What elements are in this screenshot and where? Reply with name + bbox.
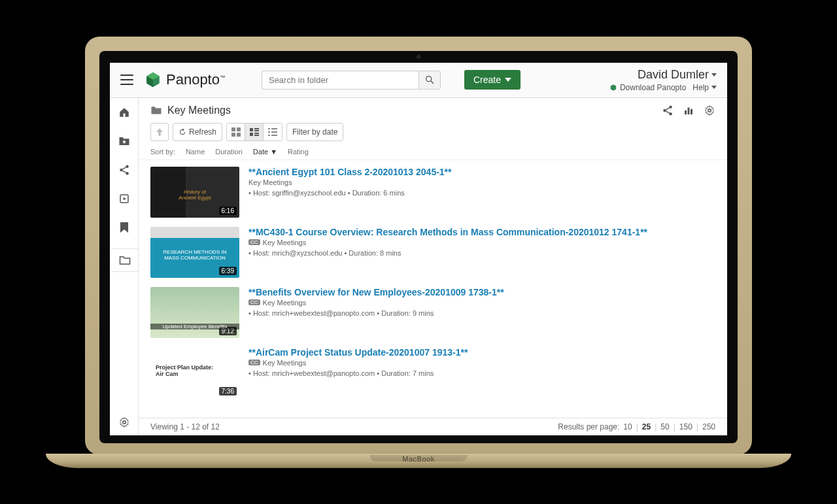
refresh-label: Refresh xyxy=(189,127,216,137)
page-size-option[interactable]: 50 xyxy=(660,422,669,431)
sidebar-item-everything[interactable] xyxy=(116,191,132,207)
results-label: Results per page: xyxy=(558,422,619,431)
view-grid-button[interactable] xyxy=(227,124,245,141)
brand-logo[interactable]: Panopto™ xyxy=(144,71,225,89)
video-folder[interactable]: CCKey Meetings xyxy=(248,239,715,246)
sidebar-item-shared[interactable] xyxy=(116,162,132,178)
sidebar-item-myfolder[interactable] xyxy=(116,133,132,149)
svg-point-19 xyxy=(708,109,711,112)
page-size-option[interactable]: 10 xyxy=(623,422,632,431)
sidebar-item-settings[interactable] xyxy=(116,414,132,430)
sidebar-item-home[interactable] xyxy=(116,105,132,120)
svg-rect-31 xyxy=(271,128,277,129)
video-thumbnail[interactable]: 6:16History of Ancient Egypt xyxy=(150,167,239,218)
svg-point-3 xyxy=(126,165,129,168)
svg-rect-26 xyxy=(254,130,259,131)
svg-point-10 xyxy=(122,420,126,424)
view-list-button[interactable] xyxy=(245,124,264,141)
user-menu[interactable]: David Dumler xyxy=(609,68,717,82)
home-icon xyxy=(118,107,130,118)
content-row: Key Meetings xyxy=(110,98,727,435)
svg-rect-24 xyxy=(250,128,253,131)
sort-row: Sort by: Name Duration Date ▼ Rating xyxy=(139,145,727,160)
filter-date-button[interactable]: Filter by date xyxy=(286,123,343,141)
video-folder[interactable]: CCKey Meetings xyxy=(248,299,715,307)
pager-sep: | xyxy=(655,422,657,431)
menu-toggle-icon[interactable] xyxy=(120,75,133,85)
download-link[interactable]: Download Panopto xyxy=(609,83,686,92)
device-label: MacBook xyxy=(402,455,434,463)
refresh-icon xyxy=(179,128,186,136)
svg-point-5 xyxy=(126,172,129,175)
svg-point-11 xyxy=(669,105,672,109)
video-thumbnail[interactable]: 9:12Updated Employee Benefits xyxy=(150,287,239,338)
video-list[interactable]: 6:16History of Ancient Egypt**Ancient Eg… xyxy=(139,160,727,418)
panopto-logo-icon xyxy=(144,71,162,89)
brand-name: Panopto™ xyxy=(166,71,225,88)
stats-button[interactable] xyxy=(683,105,694,116)
svg-rect-22 xyxy=(231,133,235,137)
laptop-bezel: Panopto™ Create David Dumler xyxy=(85,37,752,455)
folder-actions xyxy=(662,105,715,116)
toolbar: Refresh xyxy=(139,119,727,145)
up-folder-button[interactable] xyxy=(150,123,169,141)
help-link[interactable]: Help xyxy=(692,83,717,92)
video-title[interactable]: **MC430-1 Course Overview: Research Meth… xyxy=(248,227,715,237)
video-folder[interactable]: Key Meetings xyxy=(248,178,715,186)
gear-icon xyxy=(704,105,715,116)
video-meta: **AirCam Project Status Update-20201007 … xyxy=(248,347,715,398)
svg-rect-25 xyxy=(254,128,259,129)
video-thumbnail[interactable]: 7:36Project Plan Update: Air Cam xyxy=(150,347,239,398)
video-folder-label: Key Meetings xyxy=(263,359,307,367)
svg-point-13 xyxy=(669,112,672,116)
page-size-option[interactable]: 150 xyxy=(679,422,692,431)
video-host-duration: • Host: sgriffin@xyzschool.edu • Duratio… xyxy=(248,189,715,197)
video-title[interactable]: **Ancient Egypt 101 Class 2-20201013 204… xyxy=(248,167,715,177)
camera-icon xyxy=(417,55,420,59)
video-folder[interactable]: CCKey Meetings xyxy=(248,359,715,367)
video-title[interactable]: **AirCam Project Status Update-20201007 … xyxy=(248,347,715,358)
share-folder-button[interactable] xyxy=(662,105,674,116)
sort-date[interactable]: Date ▼ xyxy=(253,148,277,156)
main-pane: Key Meetings xyxy=(139,98,727,435)
arrow-up-icon xyxy=(156,127,163,137)
video-thumbnail[interactable]: 6:39RESEARCH METHODS IN MASS COMMUNICATI… xyxy=(150,227,239,278)
search-input[interactable] xyxy=(262,71,418,90)
search-button[interactable] xyxy=(418,71,441,90)
cc-badge: CC xyxy=(248,299,260,305)
library-icon xyxy=(118,193,130,205)
svg-rect-34 xyxy=(268,135,270,136)
svg-rect-23 xyxy=(237,133,241,137)
refresh-button[interactable]: Refresh xyxy=(173,123,222,141)
video-title[interactable]: **Benefits Overview for New Employees-20… xyxy=(248,287,715,297)
sort-rating[interactable]: Rating xyxy=(288,148,309,156)
folder-settings-button[interactable] xyxy=(704,105,715,116)
svg-rect-33 xyxy=(271,131,277,133)
view-detail-button[interactable] xyxy=(264,124,282,141)
svg-rect-29 xyxy=(254,135,259,136)
svg-rect-35 xyxy=(271,135,277,136)
create-button[interactable]: Create xyxy=(464,70,521,90)
svg-point-12 xyxy=(663,109,666,112)
sort-name[interactable]: Name xyxy=(186,148,205,156)
thumbnail-caption: RESEARCH METHODS IN MASS COMMUNICATION xyxy=(150,249,239,261)
sort-by-label: Sort by: xyxy=(150,148,175,156)
svg-point-0 xyxy=(426,76,432,82)
video-row: 9:12Updated Employee Benefits**Benefits … xyxy=(150,284,715,344)
svg-line-14 xyxy=(666,107,669,109)
page-size-option[interactable]: 250 xyxy=(702,422,715,431)
page-size-option[interactable]: 25 xyxy=(642,422,651,431)
video-folder-label: Key Meetings xyxy=(248,178,292,186)
sort-duration[interactable]: Duration xyxy=(215,148,243,156)
sidebar-item-browse[interactable] xyxy=(110,248,138,272)
download-label: Download Panopto xyxy=(620,83,686,92)
video-row: 6:16History of Ancient Egypt**Ancient Eg… xyxy=(150,164,715,224)
folder-title[interactable]: Key Meetings xyxy=(150,105,231,116)
list-footer: Viewing 1 - 12 of 12 Results per page: 1… xyxy=(139,418,727,435)
svg-rect-16 xyxy=(685,110,687,114)
app-screen: Panopto™ Create David Dumler xyxy=(110,63,727,435)
sidebar-item-bookmarked[interactable] xyxy=(116,220,132,235)
pager-sep: | xyxy=(696,422,698,431)
sidebar xyxy=(110,98,139,435)
panopto-mini-icon xyxy=(609,84,617,92)
